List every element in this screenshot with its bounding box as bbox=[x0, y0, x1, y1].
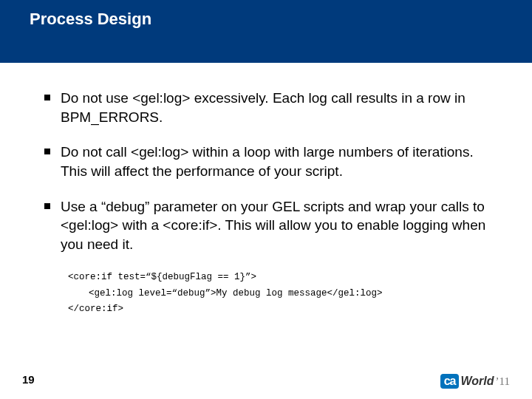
bullet-text: Use a “debug” parameter on your GEL scri… bbox=[61, 197, 488, 254]
footer-logo: ca World ’11 bbox=[440, 374, 510, 389]
logo-badge: ca bbox=[440, 374, 459, 389]
bullet-item: Do not use <gel:log> excessively. Each l… bbox=[44, 89, 488, 126]
logo-year: ’11 bbox=[496, 375, 510, 388]
code-line: <gel:log level=“debug”>My debug log mess… bbox=[68, 286, 488, 301]
bullet-icon bbox=[44, 95, 50, 100]
bullet-item: Use a “debug” parameter on your GEL scri… bbox=[44, 197, 488, 254]
bullet-icon bbox=[44, 203, 50, 209]
code-line: <core:if test=“${debugFlag == 1}”> bbox=[68, 270, 488, 285]
bullet-icon bbox=[44, 149, 50, 154]
logo-text: World bbox=[461, 375, 494, 388]
slide-title: Process Design bbox=[30, 10, 151, 29]
code-line: </core:if> bbox=[68, 301, 488, 317]
page-number: 19 bbox=[22, 373, 35, 386]
bullet-item: Do not call <gel:log> within a loop with… bbox=[44, 143, 488, 180]
slide-body: Do not use <gel:log> excessively. Each l… bbox=[44, 89, 488, 317]
bullet-text: Do not call <gel:log> within a loop with… bbox=[61, 143, 488, 180]
code-block: <core:if test=“${debugFlag == 1}”> <gel:… bbox=[68, 270, 488, 317]
bullet-text: Do not use <gel:log> excessively. Each l… bbox=[61, 89, 488, 126]
